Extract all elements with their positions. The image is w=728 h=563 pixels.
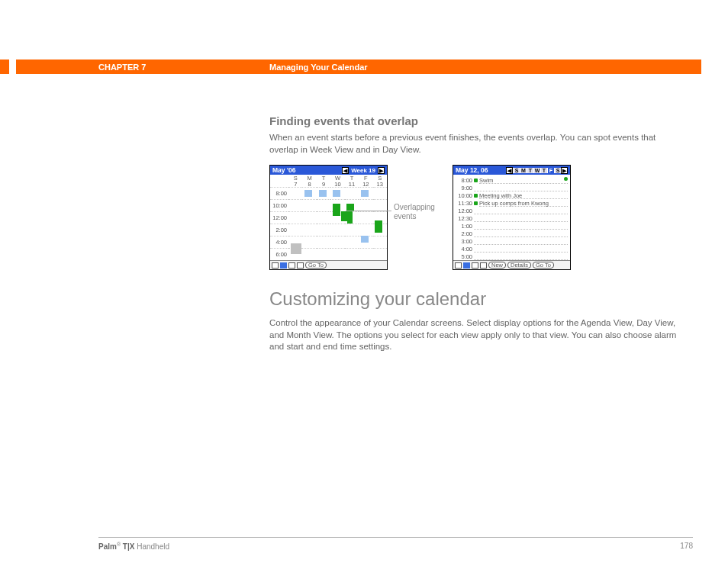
day-row: 8:00Swim: [456, 176, 568, 184]
view-icon: [288, 262, 295, 269]
callout-line: [346, 211, 391, 211]
day-view-body: 8:00Swim 9:00 10:00Meeting with Joe 11:3…: [453, 175, 570, 260]
day-row: 1:00: [456, 222, 568, 230]
chapter-title: Managing Your Calendar: [269, 63, 368, 72]
category-dot-icon: [564, 177, 568, 181]
event-block: [341, 211, 347, 221]
section-heading-finding: Finding events that overlap: [269, 114, 693, 127]
week-view-toolbar: Go To: [270, 260, 387, 269]
figure-row: May '06 ◀ Week 19 ▶ S7 M8 T9 W10 T11 F12…: [269, 165, 693, 270]
view-icon: [480, 262, 487, 269]
day-view-date: May 12, 06: [456, 166, 488, 174]
goto-button: Go To: [533, 262, 554, 269]
callout-label: Overlappingevents: [394, 203, 435, 221]
page-footer: Palm® T|X Handheld 178: [98, 537, 693, 551]
day-row: 4:00: [456, 245, 568, 253]
view-icon: [472, 262, 478, 269]
week-next-icon: ▶: [378, 167, 385, 174]
event-block: [361, 190, 369, 197]
day-row: 11:30Pick up comps from Kwong: [456, 199, 568, 207]
product-name: Palm® T|X Handheld: [98, 542, 169, 551]
view-icon: [297, 262, 304, 269]
view-icon: [455, 262, 462, 269]
week-number: Week 19: [351, 167, 375, 174]
event-block: [375, 220, 382, 233]
section-body-customizing: Control the appearance of your Calendar …: [269, 317, 685, 353]
chapter-header-bar: CHAPTER 7 Managing Your Calendar: [0, 60, 728, 74]
day-row: 2:00: [456, 230, 568, 237]
week-grid: S7 M8 T9 W10 T11 F12 S13 8:00 10:00 12:0…: [270, 175, 387, 260]
section-body-finding: When an event starts before a previous e…: [269, 132, 685, 156]
day-view-screenshot: May 12, 06 ◀ S M T W T F S ▶ 8:00Swim 9:…: [453, 165, 571, 270]
day-view-titlebar: May 12, 06 ◀ S M T W T F S ▶: [453, 166, 570, 175]
day-row: 3:00: [456, 237, 568, 245]
day-row: 12:00: [456, 207, 568, 214]
view-icon-active: [280, 262, 287, 269]
goto-button: Go To: [305, 262, 327, 269]
week-view-screenshot: May '06 ◀ Week 19 ▶ S7 M8 T9 W10 T11 F12…: [269, 165, 388, 270]
section-heading-customizing: Customizing your calendar: [269, 288, 693, 310]
day-next-icon: ▶: [561, 167, 568, 174]
day-row: 10:00Meeting with Joe: [456, 191, 568, 199]
view-icon: [272, 262, 279, 269]
new-button: New: [488, 262, 506, 269]
chapter-number: CHAPTER 7: [98, 63, 269, 72]
day-row: 5:00: [456, 253, 568, 260]
details-button: Details: [507, 262, 531, 269]
event-block: [361, 236, 369, 243]
event-block: [319, 190, 327, 197]
day-row: 12:30: [456, 214, 568, 222]
event-block: [333, 204, 340, 216]
week-view-month: May '06: [272, 166, 295, 174]
day-view-toolbar: New Details Go To: [453, 260, 570, 269]
event-block: [333, 190, 340, 197]
week-view-titlebar: May '06 ◀ Week 19 ▶: [270, 166, 387, 175]
day-row: 9:00: [456, 184, 568, 191]
view-icon-active: [463, 262, 470, 269]
event-block: [304, 190, 312, 197]
page-number: 178: [680, 542, 693, 551]
event-block-past: [291, 243, 301, 254]
week-prev-icon: ◀: [342, 167, 349, 174]
day-prev-icon: ◀: [506, 167, 513, 174]
